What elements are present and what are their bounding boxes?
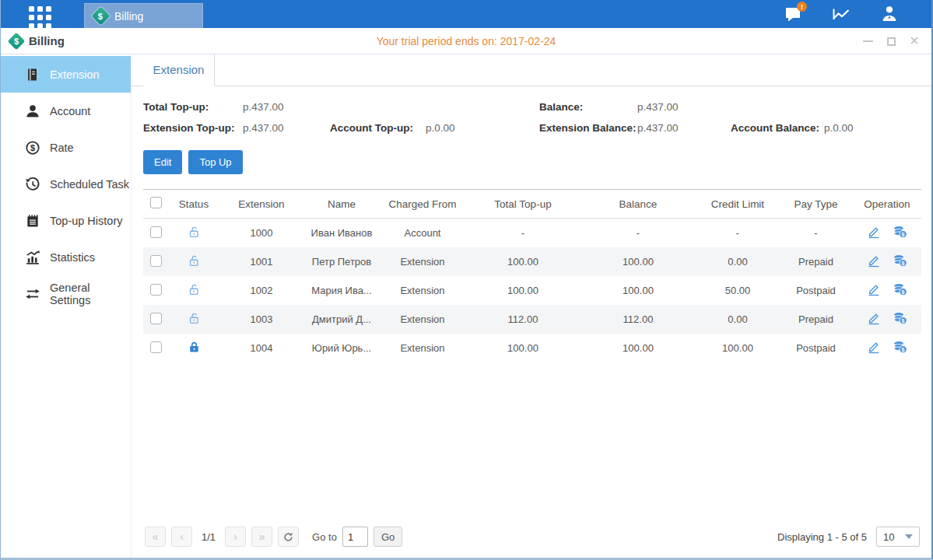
next-page-button[interactable]: › [225, 527, 246, 547]
sidebar-item-statistics[interactable]: Statistics [1, 239, 131, 275]
displaying-text: Displaying 1 - 5 of 5 [777, 531, 867, 543]
charged-from-cell: Extension [379, 276, 466, 305]
minimize-icon[interactable] [861, 35, 874, 47]
edit-icon[interactable] [867, 254, 881, 268]
balance-cell: 100.00 [580, 334, 696, 362]
extension-cell: 1001 [219, 247, 304, 276]
maximize-icon[interactable] [885, 35, 897, 47]
prev-page-button[interactable]: ‹ [171, 527, 192, 547]
goto-page-input[interactable] [342, 527, 368, 547]
topup-icon[interactable]: $ [893, 282, 907, 296]
balance-cell: - [580, 219, 696, 248]
sidebar-item-label: Scheduled Task [50, 178, 129, 191]
sidebar-item-account[interactable]: Account [1, 93, 131, 129]
edit-icon[interactable] [867, 311, 881, 325]
column-header: Balance [580, 190, 696, 219]
messages-icon[interactable]: ! [782, 5, 804, 23]
sidebar-item-label: Statistics [50, 251, 95, 264]
extension-cell: 1004 [219, 334, 304, 362]
column-header: Charged From [379, 190, 466, 219]
billing-dollar-diamond-icon: $ [91, 6, 110, 25]
billing-app-window: $ Billing ! $ Billing Your trial period … [0, 0, 933, 560]
column-header: Status [169, 190, 219, 219]
extension-topup-label: Extension Top-up: [143, 122, 243, 134]
first-page-button[interactable]: « [145, 527, 166, 547]
topup-icon[interactable]: $ [893, 254, 907, 268]
pay-type-cell: Postpaid [779, 276, 853, 305]
extension-balance-label: Extension Balance: [539, 122, 637, 134]
chevron-down-icon [905, 534, 913, 539]
topup-icon[interactable]: $ [893, 311, 907, 325]
select-all-checkbox[interactable] [150, 197, 162, 208]
account-icon [25, 103, 40, 119]
goto-label: Go to [312, 531, 337, 543]
lock-open-icon [188, 316, 201, 327]
tab-extension[interactable]: Extension [143, 54, 215, 86]
credit-limit-cell: 100.00 [696, 334, 779, 362]
total-topup-label: Total Top-up: [143, 101, 243, 113]
refresh-icon[interactable] [278, 527, 299, 547]
credit-limit-cell: 0.00 [696, 247, 779, 276]
pay-type-cell: Postpaid [779, 334, 853, 362]
balance-cell: 100.00 [580, 276, 696, 305]
last-page-button[interactable]: » [251, 527, 272, 547]
billing-app-tab[interactable]: $ Billing [84, 3, 203, 28]
topup-icon[interactable]: $ [893, 225, 907, 239]
pay-type-cell: Prepaid [779, 305, 853, 334]
table-row: 1002Мария Ива...Extension100.00100.0050.… [143, 276, 921, 305]
row-checkbox[interactable] [150, 313, 162, 324]
lock-open-icon [188, 258, 201, 270]
topup-icon[interactable]: $ [893, 340, 907, 354]
name-cell: Мария Ива... [304, 276, 379, 305]
statistics-icon [25, 250, 40, 265]
sidebar-item-rate[interactable]: $Rate [1, 129, 131, 166]
edit-icon[interactable] [867, 340, 881, 354]
close-icon[interactable]: ✕ [908, 35, 921, 47]
column-header: Name [304, 190, 379, 219]
table-header-row: StatusExtensionNameCharged FromTotal Top… [143, 190, 921, 219]
svg-text:$: $ [902, 318, 905, 324]
total-topup-cell: - [466, 219, 580, 248]
row-checkbox[interactable] [150, 341, 162, 353]
page-indicator: 1/1 [202, 531, 216, 543]
edit-button[interactable]: Edit [143, 150, 182, 174]
total-topup-cell: 100.00 [466, 276, 580, 305]
lock-closed-icon [188, 345, 201, 356]
operation-cell: $ [853, 276, 921, 305]
column-header: Total Top-up [466, 190, 580, 219]
edit-icon[interactable] [867, 225, 881, 239]
extension-topup-value: p.437.00 [243, 122, 330, 134]
credit-limit-cell: 50.00 [696, 276, 779, 305]
name-cell: Дмитрий Д... [304, 305, 379, 334]
app-launcher-grid-icon[interactable] [29, 6, 51, 28]
edit-icon[interactable] [867, 282, 881, 296]
lock-open-icon [188, 229, 201, 241]
account-topup-value: p.0.00 [426, 122, 539, 134]
lock-open-icon [188, 287, 201, 299]
balance-summary: Total Top-up: p.437.00 Balance: p.437.00… [143, 101, 921, 134]
pagination-bar: « ‹ 1/1 › » Go to Go Displaying 1 - 5 of… [143, 520, 921, 558]
sidebar: ExtensionAccount$RateScheduled TaskTop-u… [1, 54, 132, 558]
top-up-button[interactable]: Top Up [188, 150, 242, 174]
total-topup-cell: 112.00 [466, 305, 580, 334]
tabstrip: Extension [132, 54, 931, 86]
balance-label: Balance: [539, 101, 637, 113]
sidebar-item-general-settings[interactable]: General Settings [1, 275, 131, 312]
sidebar-item-topup-history[interactable]: Top-up History [1, 202, 131, 239]
sidebar-item-label: Rate [50, 142, 74, 154]
user-account-icon[interactable] [879, 5, 900, 23]
row-checkbox[interactable] [150, 226, 162, 238]
sidebar-item-scheduled-task[interactable]: Scheduled Task [1, 166, 131, 202]
sidebar-item-extension[interactable]: Extension [1, 56, 131, 93]
row-checkbox[interactable] [150, 255, 162, 267]
row-checkbox[interactable] [150, 284, 162, 296]
svg-text:$: $ [30, 142, 35, 152]
go-button[interactable]: Go [374, 527, 402, 547]
page-size-select[interactable]: 10 [876, 527, 920, 547]
column-header: Extension [219, 190, 304, 219]
resource-monitor-icon[interactable] [830, 5, 852, 23]
titlebar: $ Billing Your trial period ends on: 201… [1, 28, 931, 54]
extension-table-body: 1000Иван ИвановAccount----$1001Петр Петр… [143, 219, 921, 363]
charged-from-cell: Account [379, 219, 466, 248]
topbar-icons: ! [782, 0, 900, 28]
